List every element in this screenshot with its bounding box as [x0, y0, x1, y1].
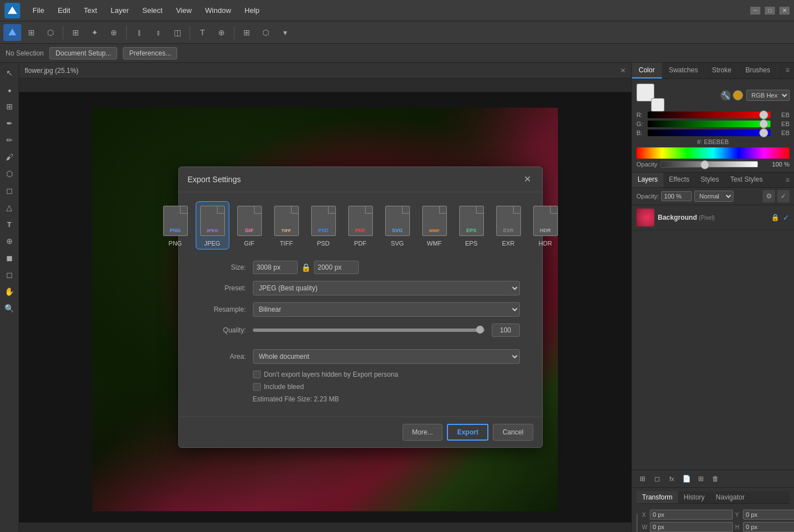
format-jpeg[interactable]: JPEG JPEG	[196, 201, 229, 249]
tab-stroke[interactable]: Stroke	[705, 63, 739, 78]
dialog-close-button[interactable]: ✕	[522, 174, 533, 185]
quality-slider[interactable]	[253, 329, 485, 332]
green-slider[interactable]	[648, 121, 770, 127]
h-input[interactable]	[743, 522, 794, 532]
green-handle[interactable]	[759, 119, 768, 128]
align-btn[interactable]: ⫿	[130, 24, 148, 41]
menu-text[interactable]: Text	[78, 4, 103, 17]
layers-panel-collapse[interactable]: ≡	[781, 173, 794, 187]
grid-btn[interactable]: ⊞	[67, 24, 85, 41]
menu-view[interactable]: View	[170, 4, 197, 17]
menu-window[interactable]: Window	[200, 4, 237, 17]
fx-btn[interactable]: fx	[666, 473, 678, 485]
format-psd[interactable]: PSD PSD	[307, 201, 340, 249]
cancel-button[interactable]: Cancel	[493, 424, 533, 441]
text-tool-tb[interactable]: T	[193, 24, 211, 41]
maximize-button[interactable]: □	[765, 7, 775, 15]
format-png[interactable]: PNG PNG	[159, 201, 192, 249]
view-tool[interactable]: ◻	[2, 267, 17, 283]
layers-stack-btn[interactable]: ⊞	[636, 473, 649, 485]
erase-tool[interactable]: ◻	[2, 183, 17, 198]
preset-select[interactable]: JPEG (Best quality) JPEG (Good quality)	[253, 281, 520, 295]
tab-swatches[interactable]: Swatches	[662, 63, 705, 78]
guides-btn[interactable]: ⊕	[105, 24, 123, 41]
color-mode-btn[interactable]: ⬡	[257, 24, 275, 41]
x-input[interactable]	[650, 510, 733, 520]
y-input[interactable]	[743, 510, 794, 520]
zoom-tool[interactable]: 🔍	[2, 300, 17, 316]
include-bleed-checkbox[interactable]	[253, 383, 261, 391]
text-tool[interactable]: T	[2, 216, 17, 232]
color-panel-collapse[interactable]: ≡	[781, 63, 794, 78]
tab-brushes[interactable]: Brushes	[738, 63, 777, 78]
distribute-btn[interactable]: ⫾	[149, 24, 167, 41]
format-eps[interactable]: EPS EPS	[455, 201, 488, 249]
transform-tool[interactable]: ⊕	[2, 233, 17, 249]
layer-visibility-btn[interactable]: ✓	[777, 190, 790, 202]
fill-tool[interactable]: ◼	[2, 250, 17, 266]
layer-opacity-input[interactable]	[661, 191, 692, 201]
snapping-btn[interactable]: ✦	[86, 24, 104, 41]
adjustment-btn[interactable]: ◻	[651, 473, 663, 485]
pen-tool[interactable]: ✒	[2, 115, 17, 131]
area-select[interactable]: Whole document Selection	[253, 349, 520, 364]
color-picker-btn[interactable]: 🔧	[721, 90, 731, 100]
tab-navigator[interactable]: Navigator	[710, 491, 750, 503]
format-wmf[interactable]: WMF WMF	[418, 201, 451, 249]
width-input[interactable]	[253, 261, 298, 274]
transform-btn[interactable]: ◫	[168, 24, 186, 41]
opacity-handle[interactable]	[700, 160, 709, 169]
format-hdr[interactable]: HDR HDR	[529, 201, 562, 249]
layer-visible-icon[interactable]: ✓	[783, 213, 790, 222]
menu-file[interactable]: File	[27, 4, 50, 17]
resample-select[interactable]: Bilinear Bicubic Nearest Neighbor	[253, 302, 520, 317]
menu-edit[interactable]: Edit	[52, 4, 76, 17]
minimize-button[interactable]: ─	[750, 7, 760, 15]
pencil-tool[interactable]: ✏	[2, 132, 17, 148]
opacity-slider[interactable]	[661, 161, 758, 168]
shape-tool[interactable]: △	[2, 200, 17, 215]
layer-settings-btn[interactable]: ⚙	[763, 190, 775, 202]
tab-layers[interactable]: Layers	[632, 173, 663, 187]
close-button[interactable]: ✕	[779, 7, 790, 15]
tab-close-button[interactable]: ✕	[620, 67, 626, 75]
pan-tool[interactable]: ✋	[2, 284, 17, 299]
blue-handle[interactable]	[759, 128, 768, 137]
menu-select[interactable]: Select	[137, 4, 168, 17]
preferences-button[interactable]: Preferences...	[123, 47, 177, 59]
height-input[interactable]	[314, 261, 359, 274]
quality-input[interactable]	[492, 323, 520, 337]
format-svg[interactable]: SVG SVG	[381, 201, 414, 249]
w-input[interactable]	[650, 522, 733, 532]
layer-item[interactable]: Background (Pixel) 🔒 ✓	[632, 205, 794, 230]
new-group-btn[interactable]: ⊞	[695, 473, 707, 485]
brush-tool[interactable]: 🖌	[2, 149, 17, 165]
doc-setup-button[interactable]: Document Setup...	[49, 47, 117, 59]
crop-tool[interactable]: ⊞	[2, 99, 17, 114]
format-tiff[interactable]: TIFF TIFF	[270, 201, 303, 249]
bg-color-swatch[interactable]	[651, 98, 664, 112]
tab-transform[interactable]: Transform	[636, 491, 678, 503]
layer-lock-icon[interactable]: 🔒	[771, 214, 779, 221]
paint-tool[interactable]: ⬡	[2, 166, 17, 182]
persona-pixel-btn[interactable]: ⊞	[22, 24, 40, 41]
persona-design-btn[interactable]	[3, 24, 21, 41]
lock-icon[interactable]: 🔒	[301, 263, 311, 272]
format-gif[interactable]: GIF GIF	[233, 201, 266, 249]
quality-thumb[interactable]	[476, 326, 484, 334]
tab-text-styles[interactable]: Text Styles	[724, 173, 768, 187]
select-tool[interactable]: ↖	[2, 65, 17, 81]
new-layer-btn[interactable]: 📄	[680, 473, 693, 485]
tab-styles[interactable]: Styles	[695, 173, 725, 187]
tab-color[interactable]: Color	[632, 63, 662, 78]
blue-slider[interactable]	[648, 129, 770, 136]
persona-export-btn[interactable]: ⬡	[41, 24, 59, 41]
blend-mode-select[interactable]: Normal Multiply Screen	[694, 191, 733, 202]
more-tools-btn[interactable]: ▾	[276, 24, 294, 41]
menu-layer[interactable]: Layer	[105, 4, 135, 17]
format-exr[interactable]: EXR EXR	[492, 201, 525, 249]
zoom-tb[interactable]: ⊕	[213, 24, 230, 41]
more-button[interactable]: More...	[403, 424, 442, 441]
hidden-layers-checkbox[interactable]	[253, 371, 261, 378]
red-handle[interactable]	[759, 110, 768, 119]
